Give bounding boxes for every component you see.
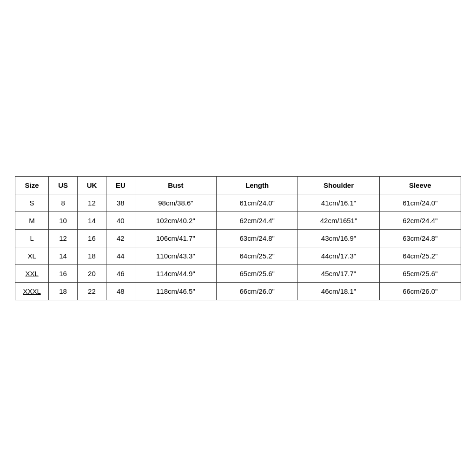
table-row: L121642106cm/41.7"63cm/24.8"43cm/16.9"63… <box>15 229 461 247</box>
header-us: US <box>49 176 78 194</box>
cell-length: 63cm/24.8" <box>217 229 298 247</box>
cell-shoulder: 45cm/17.7" <box>298 264 379 282</box>
cell-size: XL <box>15 247 49 264</box>
cell-eu: 46 <box>106 264 135 282</box>
cell-sleeve: 66cm/26.0" <box>379 282 461 300</box>
cell-bust: 106cm/41.7" <box>135 229 216 247</box>
cell-length: 65cm/25.6" <box>217 264 298 282</box>
cell-shoulder: 42cm/1651" <box>298 212 379 229</box>
table-row: M101440102cm/40.2"62cm/24.4"42cm/1651"62… <box>15 212 461 229</box>
cell-eu: 38 <box>106 194 135 212</box>
cell-sleeve: 64cm/25.2" <box>379 247 461 264</box>
cell-bust: 114cm/44.9" <box>135 264 216 282</box>
table-row: XXL162046114cm/44.9"65cm/25.6"45cm/17.7"… <box>15 264 461 282</box>
header-row: Size US UK EU Bust Length Shoulder Sleev… <box>15 176 461 194</box>
cell-eu: 42 <box>106 229 135 247</box>
cell-size: S <box>15 194 49 212</box>
table-row: S8123898cm/38.6"61cm/24.0"41cm/16.1"61cm… <box>15 194 461 212</box>
header-length: Length <box>217 176 298 194</box>
cell-sleeve: 65cm/25.6" <box>379 264 461 282</box>
cell-length: 64cm/25.2" <box>217 247 298 264</box>
table-row: XL141844110cm/43.3"64cm/25.2"44cm/17.3"6… <box>15 247 461 264</box>
size-chart-container: Size US UK EU Bust Length Shoulder Sleev… <box>15 176 461 300</box>
cell-eu: 44 <box>106 247 135 264</box>
cell-shoulder: 41cm/16.1" <box>298 194 379 212</box>
cell-us: 16 <box>49 264 78 282</box>
cell-eu: 40 <box>106 212 135 229</box>
cell-size: M <box>15 212 49 229</box>
cell-sleeve: 61cm/24.0" <box>379 194 461 212</box>
cell-uk: 18 <box>78 247 106 264</box>
cell-uk: 20 <box>78 264 106 282</box>
cell-size: XXXL <box>15 282 49 300</box>
cell-shoulder: 43cm/16.9" <box>298 229 379 247</box>
cell-sleeve: 62cm/24.4" <box>379 212 461 229</box>
cell-eu: 48 <box>106 282 135 300</box>
cell-us: 14 <box>49 247 78 264</box>
table-row: XXXL182248118cm/46.5"66cm/26.0"46cm/18.1… <box>15 282 461 300</box>
cell-us: 18 <box>49 282 78 300</box>
header-eu: EU <box>106 176 135 194</box>
cell-shoulder: 46cm/18.1" <box>298 282 379 300</box>
header-shoulder: Shoulder <box>298 176 379 194</box>
cell-shoulder: 44cm/17.3" <box>298 247 379 264</box>
cell-us: 10 <box>49 212 78 229</box>
cell-bust: 110cm/43.3" <box>135 247 216 264</box>
header-bust: Bust <box>135 176 216 194</box>
cell-size: XXL <box>15 264 49 282</box>
cell-size: L <box>15 229 49 247</box>
cell-bust: 118cm/46.5" <box>135 282 216 300</box>
header-uk: UK <box>78 176 106 194</box>
cell-length: 66cm/26.0" <box>217 282 298 300</box>
cell-bust: 102cm/40.2" <box>135 212 216 229</box>
cell-length: 61cm/24.0" <box>217 194 298 212</box>
cell-length: 62cm/24.4" <box>217 212 298 229</box>
cell-sleeve: 63cm/24.8" <box>379 229 461 247</box>
cell-uk: 12 <box>78 194 106 212</box>
cell-uk: 22 <box>78 282 106 300</box>
cell-us: 12 <box>49 229 78 247</box>
cell-us: 8 <box>49 194 78 212</box>
header-sleeve: Sleeve <box>379 176 461 194</box>
cell-uk: 14 <box>78 212 106 229</box>
header-size: Size <box>15 176 49 194</box>
cell-bust: 98cm/38.6" <box>135 194 216 212</box>
size-chart-table: Size US UK EU Bust Length Shoulder Sleev… <box>15 176 461 300</box>
cell-uk: 16 <box>78 229 106 247</box>
